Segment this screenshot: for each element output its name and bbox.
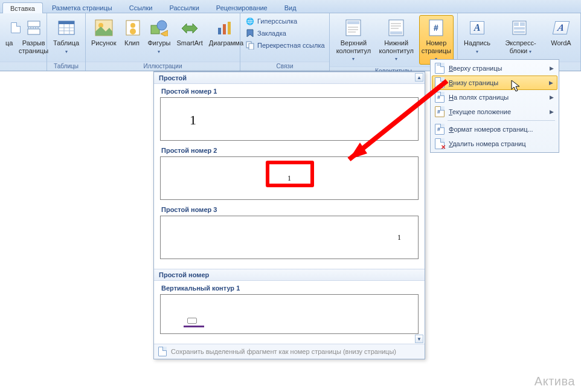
hyperlink-button[interactable]: 🌐Гиперссылка (244, 16, 301, 27)
svg-rect-37 (514, 31, 525, 33)
gallery-item-title: Вертикальный контур 1 (160, 284, 419, 292)
tab-mailings[interactable]: Рассылки (161, 2, 207, 13)
svg-rect-20 (249, 43, 254, 50)
tab-review[interactable]: Рецензирование (208, 2, 275, 13)
svg-point-13 (130, 28, 136, 34)
globe-icon: 🌐 (245, 16, 255, 26)
page-number-button[interactable]: # Номер страницы ▾ (419, 15, 454, 65)
header-button[interactable]: Верхний колонтитул ▾ (333, 15, 374, 65)
bookmark-button[interactable]: Закладка (244, 28, 290, 39)
tab-view[interactable]: Вид (277, 2, 304, 13)
ribbon-tabs: Вставка Разметка страницы Ссылки Рассылк… (0, 0, 581, 13)
gallery-item-vertical-1[interactable] (160, 294, 419, 334)
svg-text:#: # (434, 23, 438, 33)
footer-button[interactable]: Нижний колонтитул ▾ (376, 15, 417, 65)
svg-rect-0 (28, 21, 40, 27)
svg-rect-34 (514, 22, 519, 26)
table-button[interactable]: Таблица▾ (51, 15, 82, 57)
svg-rect-17 (223, 24, 226, 34)
save-icon (158, 347, 167, 356)
textbox-button[interactable]: A Надпись▾ (461, 15, 493, 57)
svg-rect-1 (28, 29, 40, 34)
svg-rect-30 (390, 31, 402, 34)
annotation-arrow (320, 75, 477, 178)
clipart-button[interactable]: Клип (121, 15, 144, 50)
picture-button[interactable]: Рисунок (89, 15, 118, 50)
shapes-button[interactable]: Фигуры▾ (146, 15, 173, 57)
svg-rect-18 (228, 22, 231, 34)
menu-top-of-page[interactable]: Вверху страницы ▶ (432, 61, 557, 76)
svg-rect-22 (347, 21, 359, 24)
submenu-arrow-icon: ▶ (550, 65, 554, 71)
tab-insert[interactable]: Вставка (2, 2, 43, 13)
gallery-scroll-down[interactable]: ▼ (415, 335, 423, 343)
svg-rect-35 (520, 22, 525, 26)
submenu-arrow-icon: ▶ (550, 109, 554, 115)
page-top-icon (434, 63, 445, 74)
smartart-button[interactable]: SmartArt (175, 15, 204, 50)
tab-references[interactable]: Ссылки (121, 2, 161, 13)
wordart-icon: A (553, 21, 570, 34)
svg-rect-36 (514, 27, 525, 30)
activation-watermark: Актива (534, 374, 575, 388)
bookmark-icon (245, 28, 255, 38)
wordart-button[interactable]: A WordA (548, 15, 574, 50)
svg-rect-4 (59, 21, 74, 24)
gallery-section-header: Простой номер (154, 269, 425, 281)
svg-point-15 (157, 21, 167, 30)
quickparts-button[interactable]: Экспресс-блоки ▾ (495, 15, 546, 57)
cross-ref-icon (245, 40, 255, 50)
blank-page-button[interactable]: ца (4, 15, 14, 50)
gallery-item-title: Простой номер 3 (160, 206, 419, 213)
svg-rect-16 (218, 28, 221, 34)
svg-point-12 (130, 23, 135, 28)
cross-ref-button[interactable]: Перекрестная ссылка (244, 40, 329, 51)
submenu-arrow-icon: ▶ (549, 80, 553, 86)
gallery-save-selection[interactable]: Сохранить выделенный фрагмент как номер … (154, 344, 425, 359)
tab-page-layout[interactable]: Разметка страницы (44, 2, 120, 13)
chart-button[interactable]: Диаграмма (207, 15, 242, 50)
gallery-item-plain-3[interactable]: 1 (160, 216, 419, 259)
submenu-arrow-icon: ▶ (550, 94, 554, 100)
page-break-button[interactable]: Разрыв страницы (17, 15, 50, 57)
svg-line-38 (349, 81, 447, 159)
annotation-highlight (266, 161, 314, 187)
textbox-icon: A (470, 21, 484, 34)
